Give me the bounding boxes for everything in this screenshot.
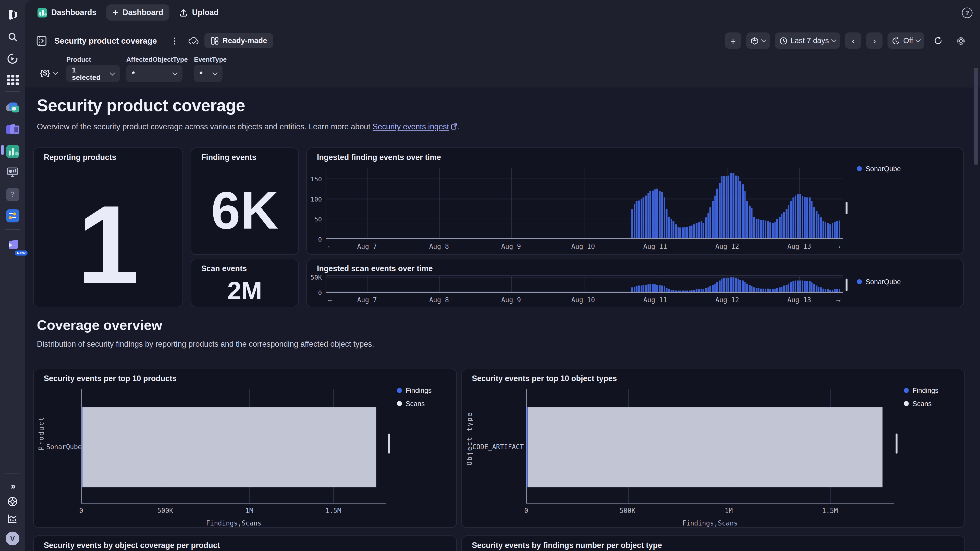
filter-event-type-select[interactable]: * xyxy=(194,65,223,82)
tab-dashboards[interactable]: Dashboards xyxy=(31,4,103,21)
bar xyxy=(829,224,831,239)
scroll-left-arrow-icon[interactable]: ← xyxy=(327,242,334,249)
layout-mode-button[interactable] xyxy=(746,32,770,49)
upload-button[interactable]: Upload xyxy=(173,4,225,21)
h-bar-chart: Product SonarQube 0500K1M1.5M Findings,S… xyxy=(34,369,457,528)
bar xyxy=(631,209,633,239)
x-tick-label: Aug 13 xyxy=(788,242,811,250)
x-tick-label: Aug 13 xyxy=(788,296,811,303)
x-tick-label: Aug 9 xyxy=(501,242,521,250)
card-scan-events[interactable]: Scan events 2M xyxy=(191,259,299,307)
dashboard-toolbar: Security product coverage ⋮ Ready-made +… xyxy=(25,30,980,51)
description-text: Overview of the security product coverag… xyxy=(37,122,372,131)
timeframe-back-button[interactable]: ‹ xyxy=(845,32,862,49)
avatar[interactable]: V xyxy=(0,529,25,548)
bar xyxy=(770,222,771,239)
usage-chart-icon[interactable] xyxy=(0,509,25,528)
bar xyxy=(726,278,728,293)
filter-product-value: 1 selected xyxy=(72,66,106,81)
chart-scrollbar[interactable] xyxy=(388,433,390,454)
bar xyxy=(818,214,820,239)
auto-refresh-selector[interactable]: Off xyxy=(888,32,924,49)
bar xyxy=(795,195,797,239)
navbar: Dashboards + Dashboard Upload ? xyxy=(25,0,980,25)
plot-area[interactable] xyxy=(526,389,894,503)
page-scrollbar-thumb[interactable] xyxy=(974,67,978,165)
card-title: Scan events xyxy=(201,264,247,273)
apps-grid-icon[interactable] xyxy=(0,71,25,89)
dashboards-app-icon[interactable] xyxy=(0,142,25,160)
bar xyxy=(820,218,822,239)
x-tick-label: Aug 10 xyxy=(571,242,595,250)
bar xyxy=(811,282,813,293)
bar xyxy=(758,219,760,239)
bar xyxy=(751,208,753,239)
bar xyxy=(724,278,725,293)
y-axis-title: Object type xyxy=(466,412,473,465)
timeframe-selector[interactable]: Last 7 days xyxy=(775,32,840,49)
bar xyxy=(675,224,677,239)
help-app-icon[interactable]: ? xyxy=(0,185,25,203)
refresh-button[interactable] xyxy=(929,32,947,49)
chevron-down-icon xyxy=(172,70,178,75)
bar xyxy=(652,191,654,239)
bar xyxy=(813,208,815,239)
settings-gear-button[interactable] xyxy=(952,32,970,49)
lifebuoy-icon[interactable] xyxy=(0,492,25,511)
more-options-icon[interactable]: ⋮ xyxy=(165,36,184,45)
ready-made-icon xyxy=(210,37,219,44)
x-tick-label: Aug 11 xyxy=(643,242,667,250)
x-tick-label: 500K xyxy=(620,507,635,514)
bar xyxy=(809,198,811,239)
scroll-right-arrow-icon[interactable]: → xyxy=(835,295,842,303)
plot-area[interactable] xyxy=(326,168,843,239)
bar xyxy=(800,280,801,293)
x-axis-title: Findings,Scans xyxy=(682,519,738,527)
help-icon[interactable]: ? xyxy=(962,7,973,18)
card-finding-events[interactable]: Finding events 6K xyxy=(191,148,299,255)
security-events-ingest-link[interactable]: Security events ingest xyxy=(372,122,449,131)
h-bar-chart: Object type CODE_ARTIFACT 0500K1M1.5M Fi… xyxy=(462,369,966,528)
scroll-right-arrow-icon[interactable]: → xyxy=(835,242,842,249)
clouds-app-icon[interactable] xyxy=(0,99,25,118)
open-sidebar-icon[interactable] xyxy=(36,35,47,46)
settings-app-icon[interactable] xyxy=(0,206,25,225)
filter-product-select[interactable]: 1 selected xyxy=(66,65,120,82)
chevron-down-icon xyxy=(831,37,837,42)
workflows-app-icon[interactable] xyxy=(0,120,25,138)
filter-aot-select[interactable]: * xyxy=(126,65,183,82)
cloud-sync-icon[interactable] xyxy=(188,36,200,45)
notebooks-new-app-icon[interactable]: NEW xyxy=(0,235,25,254)
dynatrace-logo-icon[interactable] xyxy=(0,5,25,24)
search-icon[interactable] xyxy=(0,27,25,46)
ready-made-label: Ready-made xyxy=(223,36,267,45)
variables-button[interactable]: {$} xyxy=(38,65,60,81)
category-label: SonarQube xyxy=(46,443,79,450)
add-tile-button[interactable]: + xyxy=(725,32,741,49)
page-scrollbar[interactable] xyxy=(973,0,979,551)
chart-scrollbar[interactable] xyxy=(845,279,847,291)
bar xyxy=(790,201,792,239)
x-axis-title: Findings,Scans xyxy=(206,519,262,527)
plot-area[interactable] xyxy=(326,275,843,293)
ready-made-badge[interactable]: Ready-made xyxy=(204,33,273,48)
gear-icon xyxy=(956,36,966,45)
plot-area[interactable] xyxy=(81,389,386,503)
panel-object-coverage-per-product: Security events by object coverage per p… xyxy=(33,535,457,551)
reports-app-icon[interactable] xyxy=(0,163,25,182)
scroll-left-arrow-icon[interactable]: ← xyxy=(327,295,334,303)
timeframe-forward-button[interactable]: › xyxy=(866,32,883,49)
card-reporting-products[interactable]: Reporting products 1 xyxy=(33,148,183,307)
bar xyxy=(687,227,688,239)
bar xyxy=(707,213,709,239)
tab-new-dashboard[interactable]: + Dashboard xyxy=(107,4,170,21)
y-tick-label: 0 xyxy=(318,289,322,297)
clock-icon xyxy=(779,37,788,44)
external-link-icon xyxy=(451,123,458,130)
description-period: . xyxy=(458,122,460,131)
chart-scrollbar[interactable] xyxy=(896,433,897,454)
chart-scrollbar[interactable] xyxy=(845,202,847,214)
play-circle-icon[interactable] xyxy=(0,49,25,68)
category-label: CODE_ARTIFACT xyxy=(471,443,524,450)
expand-icon[interactable]: ›› xyxy=(0,476,25,495)
